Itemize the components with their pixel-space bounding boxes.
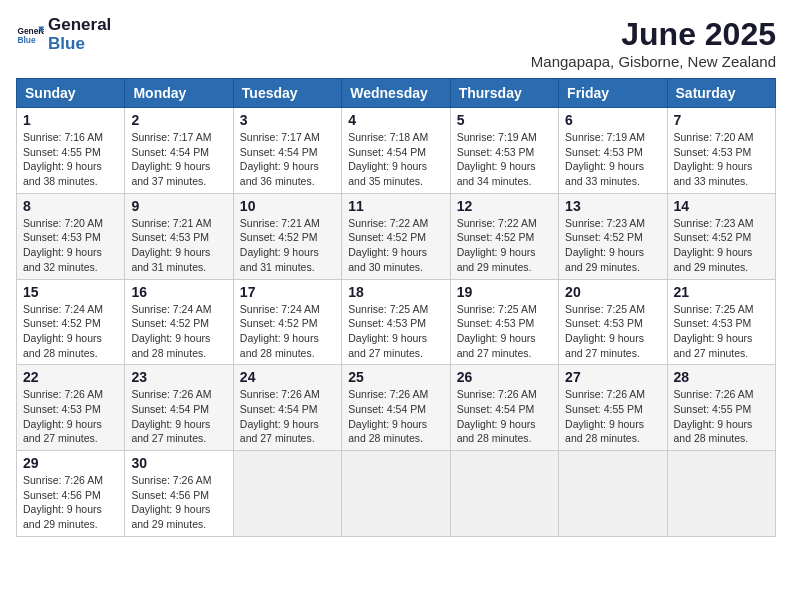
table-row: 7Sunrise: 7:20 AMSunset: 4:53 PMDaylight… xyxy=(667,108,775,194)
day-info: Sunrise: 7:26 AMSunset: 4:54 PMDaylight:… xyxy=(348,387,443,446)
col-header-monday: Monday xyxy=(125,79,233,108)
sunrise-text: Sunrise: 7:21 AM xyxy=(131,217,211,229)
sunrise-text: Sunrise: 7:26 AM xyxy=(457,388,537,400)
daylight-text: Daylight: 9 hours and 33 minutes. xyxy=(565,160,644,187)
table-row xyxy=(559,451,667,537)
day-number: 1 xyxy=(23,112,118,128)
daylight-text: Daylight: 9 hours and 37 minutes. xyxy=(131,160,210,187)
table-row xyxy=(233,451,341,537)
calendar-table: SundayMondayTuesdayWednesdayThursdayFrid… xyxy=(16,78,776,537)
table-row: 28Sunrise: 7:26 AMSunset: 4:55 PMDayligh… xyxy=(667,365,775,451)
sunrise-text: Sunrise: 7:25 AM xyxy=(565,303,645,315)
day-info: Sunrise: 7:21 AMSunset: 4:53 PMDaylight:… xyxy=(131,216,226,275)
sunrise-text: Sunrise: 7:26 AM xyxy=(23,388,103,400)
table-row: 26Sunrise: 7:26 AMSunset: 4:54 PMDayligh… xyxy=(450,365,558,451)
table-row xyxy=(342,451,450,537)
table-row: 5Sunrise: 7:19 AMSunset: 4:53 PMDaylight… xyxy=(450,108,558,194)
calendar-title: June 2025 xyxy=(531,16,776,53)
sunset-text: Sunset: 4:56 PM xyxy=(131,489,209,501)
sunrise-text: Sunrise: 7:17 AM xyxy=(240,131,320,143)
daylight-text: Daylight: 9 hours and 28 minutes. xyxy=(565,418,644,445)
day-info: Sunrise: 7:21 AMSunset: 4:52 PMDaylight:… xyxy=(240,216,335,275)
day-info: Sunrise: 7:16 AMSunset: 4:55 PMDaylight:… xyxy=(23,130,118,189)
day-number: 20 xyxy=(565,284,660,300)
sunrise-text: Sunrise: 7:17 AM xyxy=(131,131,211,143)
day-number: 21 xyxy=(674,284,769,300)
table-row: 3Sunrise: 7:17 AMSunset: 4:54 PMDaylight… xyxy=(233,108,341,194)
daylight-text: Daylight: 9 hours and 27 minutes. xyxy=(240,418,319,445)
daylight-text: Daylight: 9 hours and 28 minutes. xyxy=(457,418,536,445)
sunset-text: Sunset: 4:54 PM xyxy=(131,146,209,158)
daylight-text: Daylight: 9 hours and 28 minutes. xyxy=(23,332,102,359)
daylight-text: Daylight: 9 hours and 29 minutes. xyxy=(457,246,536,273)
header: General Blue General Blue June 2025 Mang… xyxy=(16,16,776,70)
sunset-text: Sunset: 4:52 PM xyxy=(240,317,318,329)
sunrise-text: Sunrise: 7:25 AM xyxy=(674,303,754,315)
day-number: 19 xyxy=(457,284,552,300)
sunset-text: Sunset: 4:53 PM xyxy=(457,146,535,158)
col-header-thursday: Thursday xyxy=(450,79,558,108)
daylight-text: Daylight: 9 hours and 27 minutes. xyxy=(23,418,102,445)
table-row: 23Sunrise: 7:26 AMSunset: 4:54 PMDayligh… xyxy=(125,365,233,451)
sunset-text: Sunset: 4:55 PM xyxy=(674,403,752,415)
col-header-friday: Friday xyxy=(559,79,667,108)
table-row: 16Sunrise: 7:24 AMSunset: 4:52 PMDayligh… xyxy=(125,279,233,365)
table-row: 22Sunrise: 7:26 AMSunset: 4:53 PMDayligh… xyxy=(17,365,125,451)
sunset-text: Sunset: 4:56 PM xyxy=(23,489,101,501)
sunrise-text: Sunrise: 7:21 AM xyxy=(240,217,320,229)
calendar-subtitle: Mangapapa, Gisborne, New Zealand xyxy=(531,53,776,70)
table-row: 20Sunrise: 7:25 AMSunset: 4:53 PMDayligh… xyxy=(559,279,667,365)
day-info: Sunrise: 7:19 AMSunset: 4:53 PMDaylight:… xyxy=(457,130,552,189)
title-area: June 2025 Mangapapa, Gisborne, New Zeala… xyxy=(531,16,776,70)
daylight-text: Daylight: 9 hours and 32 minutes. xyxy=(23,246,102,273)
day-number: 8 xyxy=(23,198,118,214)
day-number: 7 xyxy=(674,112,769,128)
table-row xyxy=(450,451,558,537)
daylight-text: Daylight: 9 hours and 27 minutes. xyxy=(565,332,644,359)
table-row: 10Sunrise: 7:21 AMSunset: 4:52 PMDayligh… xyxy=(233,193,341,279)
table-row: 14Sunrise: 7:23 AMSunset: 4:52 PMDayligh… xyxy=(667,193,775,279)
day-info: Sunrise: 7:25 AMSunset: 4:53 PMDaylight:… xyxy=(348,302,443,361)
day-number: 2 xyxy=(131,112,226,128)
table-row: 12Sunrise: 7:22 AMSunset: 4:52 PMDayligh… xyxy=(450,193,558,279)
day-info: Sunrise: 7:26 AMSunset: 4:54 PMDaylight:… xyxy=(240,387,335,446)
day-info: Sunrise: 7:26 AMSunset: 4:56 PMDaylight:… xyxy=(23,473,118,532)
sunset-text: Sunset: 4:55 PM xyxy=(23,146,101,158)
daylight-text: Daylight: 9 hours and 27 minutes. xyxy=(348,332,427,359)
sunrise-text: Sunrise: 7:26 AM xyxy=(23,474,103,486)
sunrise-text: Sunrise: 7:24 AM xyxy=(240,303,320,315)
sunset-text: Sunset: 4:53 PM xyxy=(674,317,752,329)
sunset-text: Sunset: 4:52 PM xyxy=(674,231,752,243)
day-info: Sunrise: 7:26 AMSunset: 4:56 PMDaylight:… xyxy=(131,473,226,532)
daylight-text: Daylight: 9 hours and 29 minutes. xyxy=(674,246,753,273)
daylight-text: Daylight: 9 hours and 28 minutes. xyxy=(348,418,427,445)
day-number: 6 xyxy=(565,112,660,128)
day-number: 28 xyxy=(674,369,769,385)
day-number: 26 xyxy=(457,369,552,385)
day-info: Sunrise: 7:25 AMSunset: 4:53 PMDaylight:… xyxy=(457,302,552,361)
day-number: 23 xyxy=(131,369,226,385)
day-info: Sunrise: 7:18 AMSunset: 4:54 PMDaylight:… xyxy=(348,130,443,189)
daylight-text: Daylight: 9 hours and 36 minutes. xyxy=(240,160,319,187)
sunrise-text: Sunrise: 7:26 AM xyxy=(240,388,320,400)
day-number: 11 xyxy=(348,198,443,214)
day-info: Sunrise: 7:26 AMSunset: 4:55 PMDaylight:… xyxy=(674,387,769,446)
sunrise-text: Sunrise: 7:24 AM xyxy=(131,303,211,315)
daylight-text: Daylight: 9 hours and 28 minutes. xyxy=(131,332,210,359)
sunrise-text: Sunrise: 7:24 AM xyxy=(23,303,103,315)
day-info: Sunrise: 7:26 AMSunset: 4:54 PMDaylight:… xyxy=(131,387,226,446)
day-info: Sunrise: 7:23 AMSunset: 4:52 PMDaylight:… xyxy=(565,216,660,275)
col-header-sunday: Sunday xyxy=(17,79,125,108)
day-info: Sunrise: 7:17 AMSunset: 4:54 PMDaylight:… xyxy=(240,130,335,189)
day-number: 12 xyxy=(457,198,552,214)
sunrise-text: Sunrise: 7:23 AM xyxy=(565,217,645,229)
sunset-text: Sunset: 4:53 PM xyxy=(565,317,643,329)
day-number: 18 xyxy=(348,284,443,300)
sunset-text: Sunset: 4:52 PM xyxy=(565,231,643,243)
sunrise-text: Sunrise: 7:26 AM xyxy=(131,474,211,486)
day-info: Sunrise: 7:23 AMSunset: 4:52 PMDaylight:… xyxy=(674,216,769,275)
day-number: 4 xyxy=(348,112,443,128)
table-row: 13Sunrise: 7:23 AMSunset: 4:52 PMDayligh… xyxy=(559,193,667,279)
day-info: Sunrise: 7:22 AMSunset: 4:52 PMDaylight:… xyxy=(457,216,552,275)
sunrise-text: Sunrise: 7:26 AM xyxy=(565,388,645,400)
